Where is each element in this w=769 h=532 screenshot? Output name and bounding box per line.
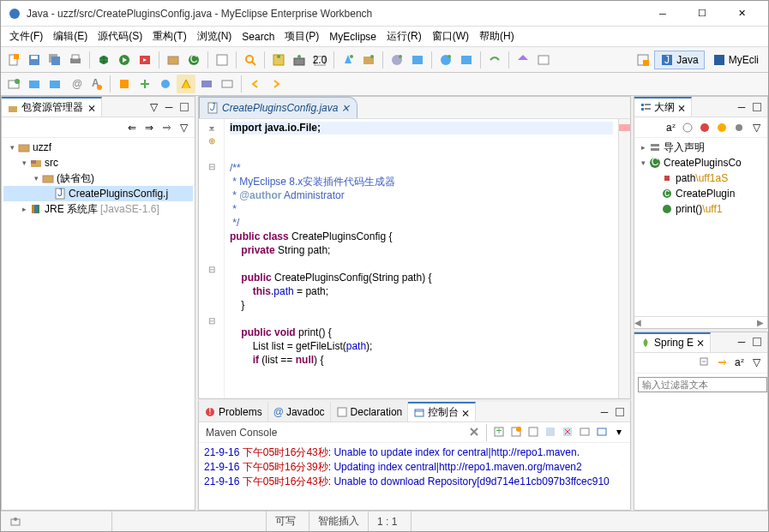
search-button[interactable] [241, 51, 260, 69]
forward-button[interactable] [267, 75, 285, 93]
view-menu-button[interactable]: ▽ [748, 355, 764, 370]
minimize-view-icon[interactable]: ─ [598, 405, 611, 419]
maximize-view-icon[interactable] [750, 100, 764, 114]
close-button[interactable]: ✕ [722, 1, 761, 27]
close-editor-icon[interactable]: ⨯ [341, 102, 350, 114]
tab-javadoc[interactable]: @ Javadoc [268, 402, 331, 421]
tb2-btn-7[interactable] [135, 75, 154, 93]
close-tab-icon[interactable]: ⨯ [677, 102, 686, 114]
new-button[interactable] [4, 51, 23, 69]
debug-button[interactable] [94, 51, 113, 69]
open-perspective-button[interactable] [634, 51, 652, 69]
console-btn-6[interactable] [577, 424, 592, 439]
tb2-btn-11[interactable] [218, 75, 237, 93]
perspective-java[interactable]: J Java [654, 51, 704, 69]
spring-tab[interactable]: Spring E ⨯ [634, 332, 711, 352]
console-btn-2[interactable] [508, 424, 524, 439]
filter-fields-icon[interactable] [680, 120, 695, 135]
menu-file[interactable]: 文件(F) [4, 27, 48, 45]
tb2-btn-6[interactable] [115, 75, 134, 93]
tb2-btn-5[interactable]: A [87, 75, 105, 93]
menu-edit[interactable]: 编辑(E) [48, 27, 93, 45]
scroll-right-icon[interactable]: ▶ [757, 318, 764, 327]
toolbar-btn-9[interactable] [457, 51, 476, 69]
save-all-button[interactable] [45, 51, 64, 69]
link-editor-icon[interactable] [159, 120, 174, 135]
toolbar-btn-4[interactable] [339, 51, 357, 69]
outline-tab[interactable]: 大纲 ⨯ [634, 97, 692, 117]
console-btn-3[interactable] [526, 424, 541, 439]
console-btn-7[interactable] [594, 424, 610, 439]
back-button[interactable] [246, 75, 265, 93]
console-btn-5[interactable] [560, 424, 575, 439]
toolbar-btn-10[interactable] [485, 51, 504, 69]
console-btn-4[interactable] [543, 424, 558, 439]
maximize-button[interactable]: ☐ [682, 1, 722, 27]
tb2-btn-9[interactable] [177, 75, 195, 93]
package-explorer-tab[interactable]: 包资源管理器 ⨯ [2, 97, 102, 117]
clear-console-icon[interactable] [466, 424, 482, 439]
tb2-btn-4[interactable]: @ [66, 75, 85, 93]
menu-run[interactable]: 运行(R) [381, 27, 427, 45]
tree-package[interactable]: ▾ (缺省包) [3, 170, 193, 186]
run-ext-button[interactable] [135, 51, 154, 69]
outline-constructor[interactable]: c CreatePlugin [636, 186, 766, 201]
menu-search[interactable]: Search [237, 29, 279, 45]
menu-window[interactable]: 窗口(W) [427, 27, 474, 45]
outline-method[interactable]: print() \uff1 [636, 201, 766, 217]
tree-src[interactable]: ▾ src [3, 155, 193, 170]
tb2-btn-3[interactable] [45, 75, 64, 93]
tree-jre[interactable]: ▸ JRE 系统库 [JavaSE-1.6] [3, 201, 193, 217]
new-class-button[interactable]: C [184, 51, 203, 69]
console-output[interactable]: 21-9-16 下午05时16分43秒: Unable to update in… [199, 443, 630, 510]
tab-declaration[interactable]: Declaration [331, 402, 409, 421]
filter-nonpublic-icon[interactable] [714, 120, 730, 135]
perspective-myeclipse[interactable]: MyEcli [706, 51, 765, 69]
save-button[interactable] [25, 51, 44, 69]
maximize-view-icon[interactable] [177, 100, 191, 114]
maximize-view-icon[interactable] [613, 405, 627, 419]
filter-local-icon[interactable] [731, 120, 747, 135]
link-editor-icon[interactable] [714, 355, 730, 370]
sort-icon[interactable]: aᶻ [731, 355, 747, 370]
spring-filter-input[interactable] [638, 377, 767, 392]
toolbar-btn-6[interactable] [388, 51, 406, 69]
menu-refactor[interactable]: 重构(T) [147, 27, 191, 45]
tab-problems[interactable]: ! Problems [199, 402, 268, 421]
tb2-btn-1[interactable] [4, 75, 23, 93]
console-btn-1[interactable]: + [491, 424, 507, 439]
menu-source[interactable]: 源代码(S) [93, 27, 147, 45]
back-icon[interactable]: ⇐ [124, 120, 140, 135]
toolbar-btn-2[interactable] [290, 51, 309, 69]
forward-icon[interactable]: ⇒ [141, 120, 157, 135]
menu-navigate[interactable]: 浏览(N) [192, 27, 237, 45]
minimize-view-icon[interactable]: ─ [735, 335, 748, 349]
tree-project[interactable]: ▾ uzzf [3, 140, 193, 155]
menu-help[interactable]: 帮助(H) [474, 27, 520, 45]
toolbar-btn-7[interactable] [408, 51, 427, 69]
toolbar-btn-3[interactable]: 2.0 [310, 51, 329, 69]
run-button[interactable] [115, 51, 134, 69]
close-tab-icon[interactable]: ⨯ [696, 337, 705, 349]
outline-imports[interactable]: ▸ 导入声明 [636, 140, 766, 155]
tree-java-file[interactable]: J CreatePluginsConfig.j [3, 186, 193, 201]
maximize-view-icon[interactable] [750, 335, 764, 349]
toolbar-btn-11[interactable] [514, 51, 532, 69]
tb2-btn-10[interactable] [197, 75, 216, 93]
view-menu-button[interactable]: ▽ [176, 120, 191, 135]
minimize-button[interactable]: ─ [643, 1, 682, 27]
tb2-btn-2[interactable] [25, 75, 44, 93]
close-tab-icon[interactable]: ⨯ [87, 102, 96, 114]
print-button[interactable] [66, 51, 85, 69]
toolbar-btn-8[interactable] [436, 51, 455, 69]
menu-project[interactable]: 项目(P) [279, 27, 324, 45]
console-dropdown[interactable]: ▾ [611, 424, 627, 439]
overview-ruler[interactable] [618, 119, 630, 398]
outline-class[interactable]: ▾ C CreatePluginsCo [636, 155, 766, 170]
close-tab-icon[interactable]: ⨯ [461, 407, 470, 419]
minimize-view-icon[interactable]: ─ [162, 100, 176, 114]
editor-gutter[interactable]: ⊕ ⊟ ⊟ ⊟ [199, 119, 225, 398]
collapse-all-icon[interactable] [697, 355, 712, 370]
tab-console[interactable]: 控制台 ⨯ [408, 402, 476, 421]
toolbar-btn-12[interactable] [534, 51, 553, 69]
